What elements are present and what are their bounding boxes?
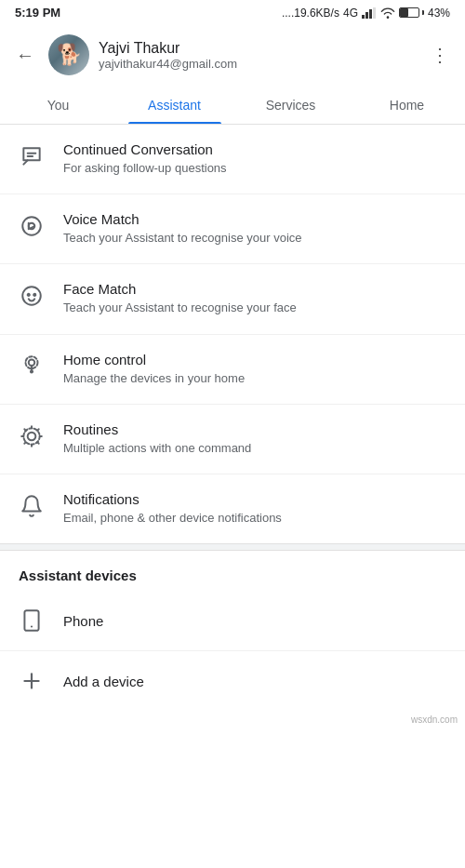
section-title: Assistant devices xyxy=(0,551,465,591)
network-speed: ....19.6KB/s xyxy=(282,7,339,20)
svg-point-12 xyxy=(31,370,33,372)
assistant-devices-section: Assistant devices Phone Add a device xyxy=(0,551,465,711)
item-subtitle: Teach your Assistant to recognise your v… xyxy=(63,230,446,247)
tabs-bar: You Assistant Services Home xyxy=(0,85,465,125)
add-device-icon xyxy=(19,668,45,694)
item-text: Voice Match Teach your Assistant to reco… xyxy=(63,211,446,247)
item-title: Continued Conversation xyxy=(63,141,446,157)
item-title: Face Match xyxy=(63,281,446,297)
svg-point-8 xyxy=(22,287,41,306)
list-item[interactable]: Home control Manage the devices in your … xyxy=(0,335,465,405)
device-label: Phone xyxy=(63,613,103,629)
list-item[interactable]: Routines Multiple actions with one comma… xyxy=(0,405,465,474)
svg-rect-3 xyxy=(373,7,376,19)
item-text: Face Match Teach your Assistant to recog… xyxy=(63,281,446,316)
wifi-icon xyxy=(380,7,395,19)
routines-icon xyxy=(19,423,45,449)
back-button[interactable]: ← xyxy=(11,41,39,69)
conversation-icon xyxy=(19,143,45,169)
tab-assistant[interactable]: Assistant xyxy=(116,85,232,124)
user-email: yajvithakur44@gmail.com xyxy=(99,57,417,71)
status-bar: 5:19 PM ....19.6KB/s 4G 43% xyxy=(0,0,465,25)
svg-point-9 xyxy=(28,294,30,296)
item-title: Routines xyxy=(63,421,446,437)
battery-percent: 43% xyxy=(428,7,450,20)
item-text: Routines Multiple actions with one comma… xyxy=(63,421,446,457)
signal-type: 4G xyxy=(343,7,358,20)
tab-services[interactable]: Services xyxy=(232,85,349,124)
item-title: Notifications xyxy=(63,491,446,507)
add-device-item[interactable]: Add a device xyxy=(0,651,465,711)
user-info: Yajvi Thakur yajvithakur44@gmail.com xyxy=(99,40,417,71)
item-text: Continued Conversation For asking follow… xyxy=(63,141,446,177)
signal-bars-icon xyxy=(362,7,377,19)
avatar-image: 🐕 xyxy=(48,34,89,75)
watermark: wsxdn.com xyxy=(0,711,465,728)
svg-point-11 xyxy=(29,359,35,366)
svg-point-6 xyxy=(22,217,41,235)
settings-list: Continued Conversation For asking follow… xyxy=(0,125,465,543)
svg-rect-0 xyxy=(362,15,365,19)
item-subtitle: Email, phone & other device notification… xyxy=(63,510,446,527)
back-arrow-icon: ← xyxy=(16,45,34,66)
header: ← 🐕 Yajvi Thakur yajvithakur44@gmail.com… xyxy=(0,25,465,85)
more-dots-icon: ⋮ xyxy=(431,44,449,66)
phone-device-icon xyxy=(19,608,45,634)
svg-point-14 xyxy=(28,432,36,440)
item-text: Notifications Email, phone & other devic… xyxy=(63,491,446,527)
svg-rect-1 xyxy=(365,12,368,19)
add-device-label: Add a device xyxy=(63,674,144,689)
item-text: Home control Manage the devices in your … xyxy=(63,352,446,387)
svg-point-15 xyxy=(23,428,39,444)
svg-point-10 xyxy=(33,294,35,296)
status-right-group: ....19.6KB/s 4G 43% xyxy=(282,7,450,20)
face-icon xyxy=(19,283,45,309)
list-item[interactable]: Continued Conversation For asking follow… xyxy=(0,125,465,194)
list-item[interactable]: Voice Match Teach your Assistant to reco… xyxy=(0,194,465,264)
section-divider xyxy=(0,543,465,551)
list-item[interactable]: Face Match Teach your Assistant to recog… xyxy=(0,264,465,334)
user-name: Yajvi Thakur xyxy=(99,40,417,57)
item-subtitle: For asking follow-up questions xyxy=(63,160,446,177)
list-item[interactable]: Phone xyxy=(0,591,465,651)
svg-rect-2 xyxy=(369,9,372,19)
item-subtitle: Multiple actions with one command xyxy=(63,440,446,457)
item-subtitle: Teach your Assistant to recognise your f… xyxy=(63,300,446,316)
item-title: Home control xyxy=(63,352,446,367)
voice-icon xyxy=(19,213,45,239)
status-time: 5:19 PM xyxy=(15,6,60,20)
list-item[interactable]: Notifications Email, phone & other devic… xyxy=(0,474,465,543)
item-title: Voice Match xyxy=(63,211,446,227)
more-options-button[interactable]: ⋮ xyxy=(426,41,454,69)
home-control-icon xyxy=(19,354,45,380)
battery-icon xyxy=(399,7,424,18)
item-subtitle: Manage the devices in your home xyxy=(63,370,446,387)
avatar: 🐕 xyxy=(48,34,89,75)
tab-home[interactable]: Home xyxy=(349,85,465,124)
bell-icon xyxy=(19,493,45,519)
tab-you[interactable]: You xyxy=(0,85,116,124)
